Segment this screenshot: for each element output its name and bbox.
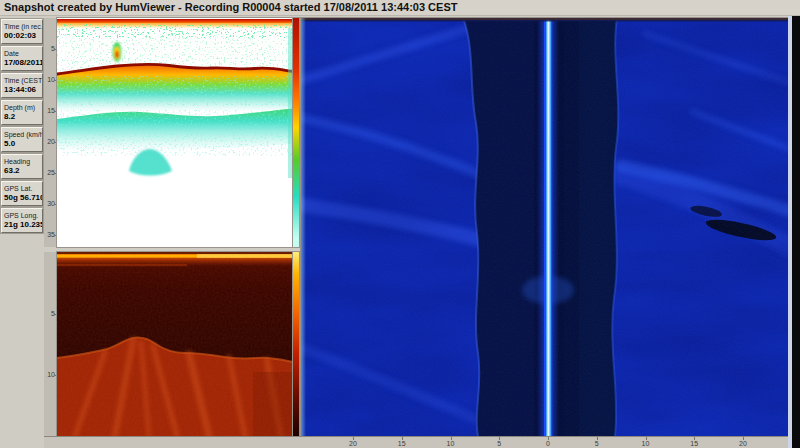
range-tick-label: 10 xyxy=(447,440,455,448)
info-panel-label: GPS Long. xyxy=(2,209,42,220)
sonar-2d-view[interactable] xyxy=(57,18,293,247)
info-panel-value: 17/08/2011 xyxy=(2,58,42,68)
info-panel-value: 50g 56.710N xyxy=(2,193,42,203)
tick-mark xyxy=(402,437,403,440)
info-panel-label: Heading xyxy=(2,155,42,166)
range-tick-label: 5 xyxy=(497,440,501,448)
range-scale-ticks: 201510505101520 xyxy=(301,437,788,448)
side-imaging-image xyxy=(301,18,788,436)
info-panel-label: Time (CEST) xyxy=(2,74,42,85)
side-imaging-view[interactable] xyxy=(301,18,788,436)
range-tick-label: 5 xyxy=(595,440,599,448)
info-panel-label: Date xyxy=(2,47,42,58)
tick-mark xyxy=(353,437,354,440)
range-tick-label: 0 xyxy=(546,440,550,448)
sidebar: Time (in rec.)00:02:03Date17/08/2011Time… xyxy=(1,16,44,448)
humviewer-window: Snapshot created by HumViewer - Recordin… xyxy=(0,0,800,448)
info-panel-value: 21g 10.235E xyxy=(2,220,42,230)
info-panel-time-cest: Time (CEST)13:44:06 xyxy=(1,73,43,98)
down-imaging-view[interactable] xyxy=(57,252,293,436)
info-panel-label: Speed (km/h) xyxy=(2,128,42,139)
range-tick-label: 15 xyxy=(398,440,406,448)
fish-arch xyxy=(113,42,122,62)
depth-scale-2d: 5101520253035 xyxy=(44,18,57,247)
info-panel-label: Depth (m) xyxy=(2,101,42,112)
sonar-2d-image xyxy=(57,18,293,247)
range-tick-label: 20 xyxy=(739,440,747,448)
tick-mark xyxy=(499,437,500,440)
info-panel-value: 13:44:06 xyxy=(2,85,42,95)
info-panel-value: 00:02:03 xyxy=(2,31,42,41)
tick-mark xyxy=(694,437,695,440)
info-panel-depth: Depth (m)8.2 xyxy=(1,100,43,125)
info-panel-label: GPS Lat. xyxy=(2,182,42,193)
info-panel-value: 63.2 xyxy=(2,166,42,176)
color-palette-bar-down xyxy=(293,252,299,436)
range-scale: 201510505101520 xyxy=(44,436,788,448)
color-palette-bar-2d xyxy=(293,18,299,247)
tick-mark xyxy=(646,437,647,440)
info-panel-gps-lat: GPS Lat.50g 56.710N xyxy=(1,181,43,206)
range-tick-label: 20 xyxy=(349,440,357,448)
info-panel-date: Date17/08/2011 xyxy=(1,46,43,71)
tick-mark xyxy=(743,437,744,440)
down-imaging-image xyxy=(57,252,293,436)
info-panel-label: Time (in rec.) xyxy=(2,20,42,31)
tick-mark xyxy=(597,437,598,440)
info-panel-value: 8.2 xyxy=(2,112,42,122)
title-bar-text: Snapshot created by HumViewer - Recordin… xyxy=(4,1,457,13)
title-bar: Snapshot created by HumViewer - Recordin… xyxy=(0,0,800,16)
info-panel-heading: Heading63.2 xyxy=(1,154,43,179)
tick-mark xyxy=(548,437,549,440)
depth-scale-down: 510 xyxy=(44,252,57,436)
right-scrollbar-track[interactable] xyxy=(792,16,800,448)
info-panel-value: 5.0 xyxy=(2,139,42,149)
info-panel-time-in-rec: Time (in rec.)00:02:03 xyxy=(1,19,43,44)
tick-mark xyxy=(451,437,452,440)
range-tick-label: 15 xyxy=(690,440,698,448)
info-panel-gps-long: GPS Long.21g 10.235E xyxy=(1,208,43,233)
range-tick-label: 10 xyxy=(642,440,650,448)
info-panel-speed: Speed (km/h)5.0 xyxy=(1,127,43,152)
